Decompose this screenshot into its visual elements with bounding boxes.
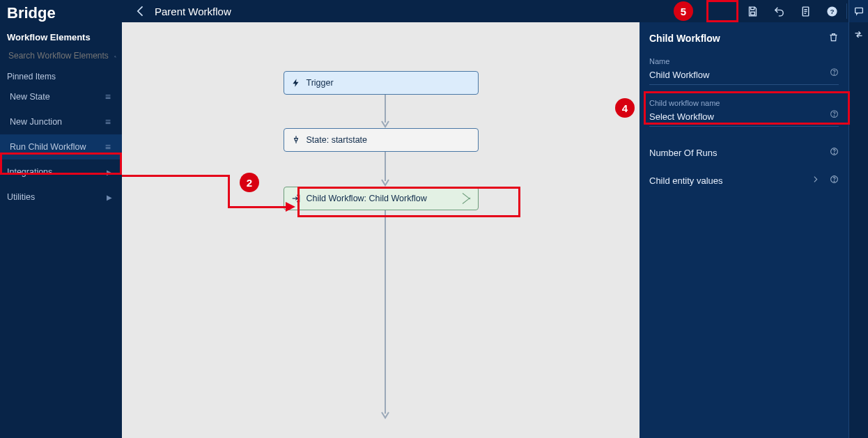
left-sidebar: Bridge Workflow Elements Pinned Items Ne… [0, 0, 122, 438]
chevron-right-icon: ▶ [107, 169, 112, 176]
flow-container: Trigger State: startstate Child Workflow… [122, 22, 640, 438]
node-label: Trigger [307, 78, 334, 88]
field-number-of-runs[interactable]: Number Of Runs [649, 141, 839, 164]
category-integrations[interactable]: Integrations ▶ [0, 159, 122, 185]
sidebar-search[interactable] [0, 48, 122, 68]
pinned-items-header: Pinned Items [0, 68, 122, 84]
flow-connector [380, 95, 382, 128]
svg-point-5 [115, 56, 116, 58]
svg-point-10 [834, 73, 835, 74]
help-button[interactable]: ? [819, 0, 845, 22]
panel-title: Child Workflow [649, 33, 720, 44]
svg-rect-0 [750, 12, 754, 15]
node-chevron-icon [463, 187, 478, 210]
app-logo: Bridge [0, 0, 122, 28]
help-icon[interactable] [830, 175, 839, 186]
category-label: Utilities [7, 192, 35, 202]
sidebar-section-title: Workflow Elements [0, 28, 122, 48]
pin-icon [291, 135, 301, 145]
workflow-title: Parent Workflow [155, 6, 231, 17]
annotation-badge: 4 [615, 98, 635, 118]
annotation-badge: 2 [240, 173, 259, 192]
back-arrow-icon[interactable] [134, 4, 148, 18]
svg-rect-4 [855, 8, 862, 13]
help-icon[interactable] [830, 68, 839, 79]
svg-point-12 [834, 115, 835, 116]
panel-header: Child Workflow [649, 32, 839, 45]
drag-handle-icon[interactable] [102, 91, 112, 102]
svg-text:?: ? [830, 8, 834, 15]
lightning-icon [291, 78, 301, 88]
help-icon[interactable] [830, 147, 839, 158]
flow-connector [380, 210, 382, 419]
field-value[interactable]: Child Workflow [649, 70, 839, 80]
properties-panel: Child Workflow Name Child Workflow Child… [640, 22, 848, 438]
pinned-item-label: New Junction [10, 117, 62, 127]
annotation-number: 5 [681, 6, 686, 17]
enter-icon [291, 194, 301, 203]
field-label: Child entity values [649, 175, 723, 186]
chevron-right-icon[interactable] [811, 175, 820, 186]
undo-button[interactable] [766, 0, 792, 22]
chevron-right-icon: ▶ [107, 194, 112, 201]
svg-point-14 [834, 153, 835, 154]
flow-connector [380, 152, 382, 187]
svg-point-16 [834, 181, 835, 182]
category-label: Integrations [7, 167, 52, 177]
annotation-badge: 5 [674, 1, 693, 21]
drag-handle-icon[interactable] [102, 141, 112, 152]
node-child-workflow[interactable]: Child Workflow: Child Workflow [284, 187, 479, 210]
header-title-wrap: Parent Workflow [134, 4, 231, 18]
swap-icon [853, 29, 864, 40]
field-child-workflow-name[interactable]: Child workflow name Select Workflow [649, 99, 839, 127]
pinned-item-label: Run Child Workflow [10, 142, 86, 152]
node-label: Child Workflow: Child Workflow [307, 194, 458, 203]
field-label: Number Of Runs [649, 148, 718, 158]
annotation-number: 2 [247, 177, 252, 189]
field-label: Name [649, 57, 839, 65]
save-button[interactable] [739, 0, 766, 22]
annotation-number: 4 [622, 102, 628, 114]
category-utilities[interactable]: Utilities ▶ [0, 185, 122, 210]
pinned-item-new-state[interactable]: New State [0, 84, 122, 109]
field-label: Child workflow name [649, 99, 839, 107]
panel-collapse-toggle[interactable] [848, 22, 868, 438]
search-icon[interactable] [114, 49, 116, 62]
header-separator [846, 3, 847, 19]
delete-button[interactable] [828, 32, 839, 45]
comments-toggle[interactable] [848, 0, 868, 22]
search-input[interactable] [7, 50, 114, 61]
field-value[interactable]: Select Workflow [649, 111, 839, 122]
pinned-item-new-junction[interactable]: New Junction [0, 109, 122, 134]
app-header: Parent Workflow ? [0, 0, 868, 22]
header-icon-bar: ? [739, 0, 868, 22]
node-state[interactable]: State: startstate [284, 128, 479, 152]
field-name[interactable]: Name Child Workflow [649, 57, 839, 85]
notes-button[interactable] [792, 0, 819, 22]
field-child-entity-values[interactable]: Child entity values [649, 169, 839, 192]
workflow-canvas[interactable]: Trigger State: startstate Child Workflow… [122, 22, 640, 438]
node-label: State: startstate [307, 135, 368, 145]
node-trigger[interactable]: Trigger [284, 71, 479, 95]
pinned-item-label: New State [10, 92, 50, 102]
help-icon[interactable] [830, 109, 839, 120]
drag-handle-icon[interactable] [102, 116, 112, 127]
pinned-item-run-child-workflow[interactable]: Run Child Workflow [0, 134, 122, 159]
